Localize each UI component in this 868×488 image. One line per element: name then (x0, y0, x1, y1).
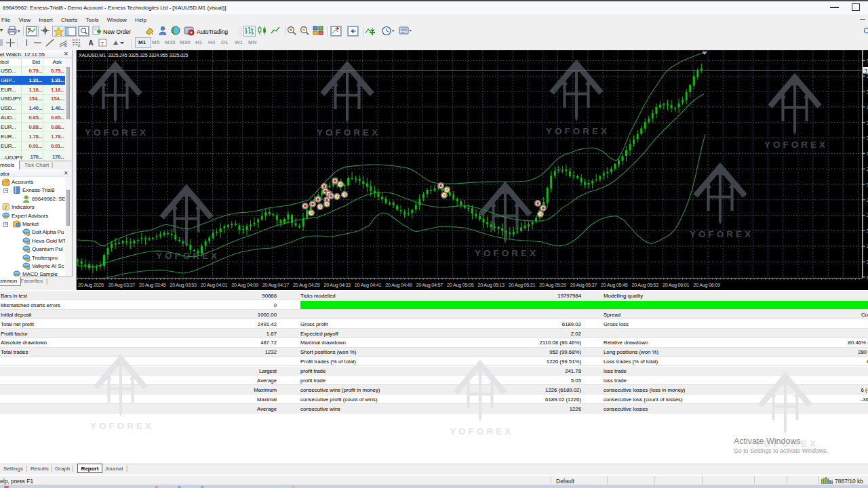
svg-text:YOFOREX: YOFOREX (764, 140, 828, 150)
svg-text:20 Aug 04:09: 20 Aug 04:09 (231, 282, 258, 288)
svg-text:E: E (64, 43, 67, 47)
svg-text:20 Aug 04:41: 20 Aug 04:41 (355, 282, 382, 288)
svg-text:YOFOREX: YOFOREX (90, 421, 154, 431)
svg-text:20 Aug 06:09: 20 Aug 06:09 (693, 282, 720, 288)
svg-text:20 Aug 05:05: 20 Aug 05:05 (447, 282, 474, 288)
svg-text:20 Aug 04:25: 20 Aug 04:25 (293, 282, 320, 288)
svg-text:20 Aug 04:01: 20 Aug 04:01 (201, 282, 228, 288)
svg-text:3: 3 (865, 68, 868, 74)
svg-text:YOFOREX: YOFOREX (450, 426, 513, 436)
svg-text:20 Aug 05:21: 20 Aug 05:21 (509, 282, 536, 288)
svg-text:YOFOREX: YOFOREX (156, 251, 220, 261)
svg-text:YOFOREX: YOFOREX (546, 126, 610, 136)
svg-text:YOFOREX: YOFOREX (85, 127, 149, 138)
svg-text:20 Aug 04:33: 20 Aug 04:33 (324, 282, 351, 288)
svg-text:XAUUSD,M1 3325.245 3325.325 3: XAUUSD,M1 3325.245 3325.325 3324.955 332… (79, 53, 189, 58)
svg-text:20 Aug 03:37: 20 Aug 03:37 (108, 282, 136, 288)
svg-text:T: T (101, 41, 104, 47)
svg-text:20 Aug 04:57: 20 Aug 04:57 (416, 282, 443, 288)
svg-text:20 Aug 06:01: 20 Aug 06:01 (663, 282, 690, 288)
svg-text:20 Aug 03:45: 20 Aug 03:45 (139, 282, 166, 288)
svg-text:20 Aug 05:13: 20 Aug 05:13 (478, 282, 505, 288)
svg-text:F: F (78, 44, 81, 47)
svg-text:A: A (89, 39, 94, 47)
svg-text:20 Aug 05:29: 20 Aug 05:29 (539, 282, 566, 288)
svg-text:20 Aug 2025: 20 Aug 2025 (78, 282, 104, 288)
svg-text:20 Aug 04:49: 20 Aug 04:49 (385, 282, 412, 288)
svg-text:20 Aug 05:37: 20 Aug 05:37 (570, 282, 597, 288)
svg-text:YOFOREX: YOFOREX (475, 248, 538, 258)
svg-text:YOFOREX: YOFOREX (317, 127, 380, 138)
svg-text:20 Aug 03:53: 20 Aug 03:53 (170, 282, 197, 288)
svg-text:20 Aug 04:17: 20 Aug 04:17 (262, 282, 290, 288)
svg-text:20 Aug 05:45: 20 Aug 05:45 (601, 282, 628, 288)
svg-text:20 Aug 05:53: 20 Aug 05:53 (632, 282, 659, 288)
